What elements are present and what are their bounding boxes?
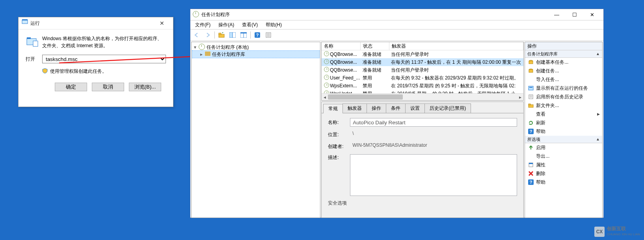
action-item[interactable]: 刷新 <box>525 118 602 127</box>
menu-help[interactable]: 帮助(H) <box>262 21 285 29</box>
minimize-button[interactable]: — <box>548 9 566 20</box>
action-item[interactable]: ?帮助 <box>525 127 602 136</box>
task-scheduler-window: 任务计划程序 — ☐ ✕ 文件(F) 操作(A) 查看(V) 帮助(H) ? <box>190 9 604 218</box>
svg-text:?: ? <box>530 129 532 134</box>
expand-icon[interactable]: ▸ <box>200 52 205 57</box>
action-item[interactable]: ?帮助 <box>525 178 602 186</box>
tree-library[interactable]: ▸ 任务计划程序库 <box>192 51 319 58</box>
detail-creator-value: WIN-5M7QSSPN8AS\Administrator <box>350 142 517 150</box>
back-button[interactable] <box>192 30 202 40</box>
svg-rect-10 <box>219 33 221 35</box>
run-titlebar[interactable]: 运行 ✕ <box>19 17 173 30</box>
watermark-logo: CX <box>594 227 605 237</box>
refresh-icon <box>527 120 534 126</box>
table-row[interactable]: QQBrowse...准备就绪在每天的 11:37 - 触发后，在 1 天 期间… <box>322 58 523 66</box>
run-app-icon <box>22 17 28 29</box>
tab-0[interactable]: 常规 <box>323 104 343 113</box>
svg-rect-25 <box>529 70 533 72</box>
menu-action[interactable]: 操作(A) <box>215 21 237 29</box>
svg-rect-0 <box>22 20 28 24</box>
action-item[interactable]: 创建基本任务... <box>525 58 602 66</box>
table-row[interactable]: User_Feed_...禁用在每天的 9:32 - 触发器在 2029/3/2… <box>322 74 523 82</box>
ok-button[interactable]: 确定 <box>55 83 87 91</box>
svg-rect-4 <box>33 41 38 46</box>
db-icon <box>527 68 534 74</box>
svg-rect-26 <box>529 86 533 90</box>
task-detail-pane: 常规触发器操作条件设置历史记录(已禁用) 名称: 位置: \ 创建者: WIN <box>321 102 524 218</box>
panel-layout-2-icon[interactable] <box>238 30 249 40</box>
clock-icon <box>193 11 199 18</box>
scroll-left-icon[interactable]: ◂ <box>322 94 328 100</box>
tab-1[interactable]: 触发器 <box>342 103 367 113</box>
window-titlebar[interactable]: 任务计划程序 — ☐ ✕ <box>190 9 603 20</box>
tree-root[interactable]: ▾ 任务计划程序 (本地) <box>192 44 319 51</box>
collapse-icon[interactable]: ▾ <box>194 44 199 50</box>
action-item[interactable]: 查看▶ <box>525 110 602 118</box>
detail-creator-label: 创建者: <box>328 143 350 150</box>
tab-4[interactable]: 设置 <box>405 103 425 113</box>
menu-bar[interactable]: 文件(F) 操作(A) 查看(V) 帮助(H) <box>190 20 603 30</box>
folder-icon <box>205 52 210 57</box>
menu-view[interactable]: 查看(V) <box>239 21 261 29</box>
actions-section-library[interactable]: 任务计划程序库▲ <box>525 50 602 58</box>
scroll-right-icon[interactable]: ▸ <box>517 94 523 100</box>
run-description: Windows 将根据你所输入的名称，为你打开相应的程序、文件夹、文档或 Int… <box>42 35 166 49</box>
table-row[interactable]: QQBrowse...准备就绪当任何用户登录时 <box>322 66 523 74</box>
run-open-label: 打开 <box>26 56 42 63</box>
table-row[interactable]: WpsExtern...禁用在 2019/7/25 星期四 的 9:25 时 -… <box>322 82 523 90</box>
table-row[interactable]: QQBrowse...准备就绪当任何用户登录时 <box>322 50 523 58</box>
prop-icon <box>527 162 534 168</box>
run-open-input[interactable]: taskschd.msc <box>42 55 166 63</box>
tab-5[interactable]: 历史记录(已禁用) <box>424 103 471 113</box>
filter-icon[interactable] <box>263 30 274 40</box>
detail-desc-input[interactable] <box>350 154 517 196</box>
browse-button[interactable]: 浏览(B)... <box>129 83 161 91</box>
db-icon <box>527 59 534 65</box>
toolbar-separator <box>250 31 251 39</box>
col-trigger[interactable]: 触发器 <box>389 42 523 50</box>
menu-file[interactable]: 文件(F) <box>192 21 214 29</box>
cancel-button[interactable]: 取消 <box>92 83 124 91</box>
enable-icon <box>527 145 534 150</box>
action-item[interactable]: 显示所有正在运行的任务 <box>525 84 602 92</box>
svg-rect-35 <box>529 163 533 164</box>
action-item[interactable]: 启用 <box>525 143 602 152</box>
up-level-icon[interactable] <box>216 30 227 40</box>
maximize-button[interactable]: ☐ <box>566 9 583 20</box>
del-icon <box>527 171 534 176</box>
help-icon: ? <box>527 129 534 134</box>
folder-icon <box>527 103 534 108</box>
detail-name-input[interactable] <box>350 118 517 127</box>
svg-rect-28 <box>529 95 533 99</box>
action-item[interactable]: 新文件夹... <box>525 101 602 110</box>
toolbar-separator <box>214 31 215 39</box>
forward-button[interactable] <box>203 30 213 40</box>
col-status[interactable]: 状态 <box>361 42 389 50</box>
task-list: 名称 状态 触发器 QQBrowse...准备就绪当任何用户登录时QQBrows… <box>321 42 524 101</box>
close-icon[interactable]: ✕ <box>154 17 170 29</box>
svg-rect-23 <box>529 61 533 64</box>
tab-2[interactable]: 操作 <box>367 103 386 113</box>
svg-rect-27 <box>529 87 532 88</box>
table-row[interactable]: WpsUpdat...禁用在 2019/8/5 星期一 的 8:29 时，触发后… <box>322 90 523 93</box>
scroll-thumb[interactable] <box>328 94 403 100</box>
svg-rect-30 <box>529 104 530 105</box>
col-name[interactable]: 名称 <box>322 42 361 50</box>
close-button[interactable]: ✕ <box>583 9 601 20</box>
actions-section-selected[interactable]: 所选项▲ <box>525 136 602 143</box>
action-item[interactable]: 创建任务... <box>525 66 602 75</box>
action-item[interactable]: 删除 <box>525 169 602 178</box>
panel-layout-1-icon[interactable] <box>227 30 238 40</box>
tab-3[interactable]: 条件 <box>386 103 406 113</box>
actions-pane: 操作 任务计划程序库▲ 创建基本任务...创建任务...导入任务...显示所有正… <box>525 42 603 218</box>
action-item[interactable]: 导出... <box>525 152 602 161</box>
shield-icon <box>42 68 48 75</box>
action-item[interactable]: 属性 <box>525 161 602 169</box>
run-dialog: 运行 ✕ Windows 将根据你所输入的名称，为你打开相应的程序、文件夹、文档… <box>18 17 173 107</box>
window-title: 任务计划程序 <box>201 11 230 18</box>
horizontal-scrollbar[interactable]: ◂ ▸ <box>322 93 523 100</box>
action-item[interactable]: 导入任务... <box>525 75 602 84</box>
action-item[interactable]: 启用所有任务历史记录 <box>525 92 602 101</box>
svg-rect-1 <box>22 19 28 20</box>
help-icon[interactable]: ? <box>252 30 262 40</box>
